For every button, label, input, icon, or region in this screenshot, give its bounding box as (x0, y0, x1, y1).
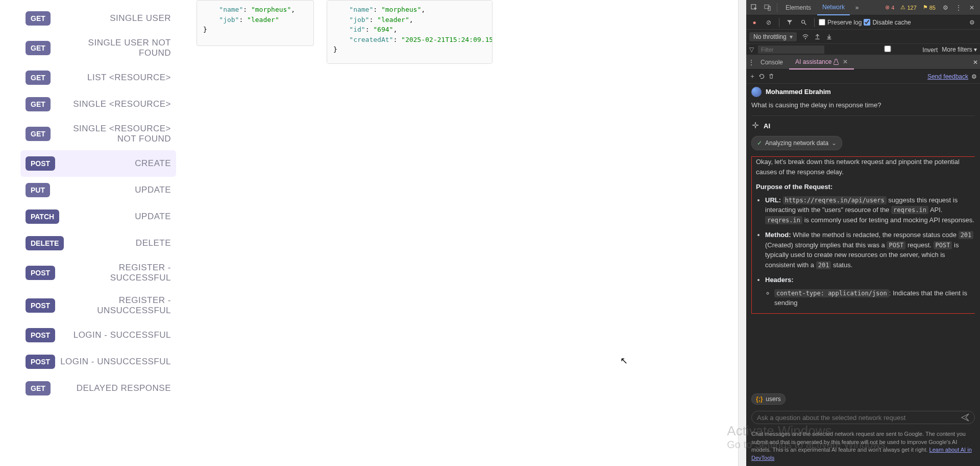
chevron-down-icon: ⌄ (831, 138, 837, 148)
method-badge: POST (26, 355, 55, 369)
history-icon[interactable] (758, 73, 765, 80)
endpoint-row[interactable]: GETDELAYED RESPONSE (20, 375, 176, 402)
method-badge: PUT (26, 183, 50, 197)
ai-input-row (746, 408, 980, 427)
ai-chat-area[interactable]: Mohammed Ebrahim What is causing the del… (746, 84, 980, 390)
search-icon[interactable] (798, 16, 810, 29)
error-badge[interactable]: ⊗4 (883, 4, 897, 11)
analyzing-chip[interactable]: ✓ Analyzing network data ⌄ (751, 136, 842, 150)
mouse-cursor: ↖ (620, 355, 628, 366)
invert-checkbox[interactable]: Invert (854, 45, 938, 54)
send-feedback-link[interactable]: Send feedback (927, 73, 968, 80)
method-badge: GET (26, 127, 51, 141)
more-filters-dropdown[interactable]: More filters ▾ (942, 46, 977, 53)
context-chip[interactable]: {;} users (751, 393, 786, 405)
tab-network[interactable]: Network (817, 0, 850, 15)
endpoint-label: UPDATE (59, 212, 171, 222)
tab-elements[interactable]: Elements (780, 0, 816, 15)
network-settings-icon[interactable]: ⚙ (966, 16, 978, 29)
endpoint-row[interactable]: GETSINGLE <RESOURCE> (20, 91, 176, 118)
delete-icon[interactable] (768, 73, 774, 80)
request-body-code[interactable]: "name": "morpheus", "job": "leader" } (197, 0, 314, 46)
check-icon: ✓ (757, 138, 762, 148)
li-method: Method: While the method is redacted, th… (765, 230, 975, 270)
network-toolbar: ● ⊘ Preserve log Disable cache ⚙ (746, 15, 980, 30)
endpoint-row[interactable]: POSTREGISTER - SUCCESSFUL (20, 257, 176, 289)
heading-purpose: Purpose of the Request: (756, 183, 832, 191)
endpoint-label: UPDATE (50, 185, 171, 195)
throttling-select[interactable]: No throttling ▾ (749, 32, 797, 41)
drawer-tabs: ⋮ Console AI assistance ✕ ✕ (746, 55, 980, 69)
endpoint-row[interactable]: GETLIST <RESOURCE> (20, 64, 176, 91)
upload-har-icon[interactable] (814, 33, 821, 40)
network-toolbar-2: No throttling ▾ (746, 30, 980, 44)
li-url: URL: https://reqres.in/api/users suggest… (765, 195, 975, 225)
method-badge: GET (26, 41, 51, 55)
devtools-top-bar: Elements Network » ⊗4 ⚠127 ⚑85 ⚙ ⋮ ✕ (746, 0, 980, 15)
user-name: Mohammed Ebrahim (766, 87, 831, 97)
endpoint-row[interactable]: PUTUPDATE (20, 177, 176, 203)
issues-badge[interactable]: ⚑85 (920, 4, 938, 11)
method-badge: GET (26, 97, 51, 111)
inspect-icon[interactable] (748, 2, 761, 14)
device-toggle-icon[interactable] (762, 2, 774, 14)
json-icon: {;} (756, 395, 763, 403)
close-drawer-icon[interactable]: ✕ (973, 59, 978, 66)
endpoint-row[interactable]: POSTCREATE (20, 150, 176, 177)
endpoint-label: DELETE (64, 238, 171, 248)
endpoint-label: SINGLE USER (51, 13, 171, 24)
filter-input[interactable] (758, 45, 824, 54)
li-headers: Headers: content-type: application/json:… (765, 275, 975, 308)
endpoint-row[interactable]: PATCHUPDATE (20, 203, 176, 230)
beta-icon (834, 59, 839, 65)
close-tab-icon[interactable]: ✕ (843, 58, 848, 65)
warning-badge[interactable]: ⚠127 (898, 4, 919, 11)
record-icon[interactable]: ● (748, 16, 761, 29)
endpoint-label: SINGLE <RESOURCE> (51, 99, 171, 109)
preserve-log-checkbox[interactable]: Preserve log (819, 19, 862, 26)
clear-icon[interactable]: ⊘ (763, 16, 775, 29)
endpoint-label: LOGIN - SUCCESSFUL (55, 330, 171, 340)
endpoint-row[interactable]: GETSINGLE <RESOURCE> NOT FOUND (20, 118, 176, 150)
ai-input[interactable] (757, 414, 961, 422)
main-content: "name": "morpheus", "job": "leader" } "n… (186, 0, 738, 466)
page-scrollbar[interactable] (738, 0, 746, 466)
ai-settings-icon[interactable]: ⚙ (971, 73, 977, 80)
drawer-kebab-icon[interactable]: ⋮ (748, 59, 754, 66)
endpoint-row[interactable]: DELETEDELETE (20, 230, 176, 257)
answer-intro: Okay, let's break down this network requ… (756, 157, 975, 177)
endpoint-label: DELAYED RESPONSE (51, 383, 171, 393)
svg-point-3 (802, 20, 805, 23)
method-badge: GET (26, 11, 51, 26)
filter-icon[interactable] (783, 16, 796, 29)
more-tabs-icon[interactable]: » (851, 2, 863, 14)
response-body-code[interactable]: "name": "morpheus", "job": "leader", "id… (327, 0, 493, 64)
endpoint-row[interactable]: POSTREGISTER - UNSUCCESSFUL (20, 289, 176, 322)
endpoint-row[interactable]: POSTLOGIN - UNSUCCESSFUL (20, 348, 176, 375)
kebab-menu-icon[interactable]: ⋮ (952, 2, 965, 14)
drawer-tab-ai[interactable]: AI assistance ✕ (789, 55, 854, 69)
wifi-icon[interactable] (802, 33, 809, 40)
method-badge: POST (26, 298, 55, 313)
user-question: What is causing the delay in response ti… (751, 100, 975, 110)
context-row: {;} users (746, 390, 980, 408)
disable-cache-checkbox[interactable]: Disable cache (864, 19, 911, 26)
endpoint-row[interactable]: GETSINGLE USER (20, 5, 176, 32)
method-badge: DELETE (26, 236, 64, 250)
method-badge: POST (26, 266, 55, 280)
endpoint-row[interactable]: GETSINGLE USER NOT FOUND (20, 32, 176, 64)
ai-footer: Chat messages and the selected network r… (746, 427, 980, 466)
send-icon[interactable] (961, 413, 969, 422)
endpoints-sidebar: GETSINGLE USERGETSINGLE USER NOT FOUNDGE… (0, 0, 186, 466)
method-badge: PATCH (26, 209, 59, 224)
ai-label: AI (764, 121, 770, 131)
endpoint-row[interactable]: POSTLOGIN - SUCCESSFUL (20, 322, 176, 348)
endpoint-label: CREATE (55, 158, 171, 169)
method-badge: GET (26, 71, 51, 85)
drawer-tab-console[interactable]: Console (754, 55, 789, 69)
new-chat-icon[interactable]: ＋ (749, 72, 755, 81)
download-har-icon[interactable] (826, 33, 832, 40)
close-devtools-icon[interactable]: ✕ (966, 2, 978, 14)
settings-icon[interactable]: ⚙ (939, 2, 951, 14)
endpoint-label: REGISTER - UNSUCCESSFUL (55, 295, 171, 316)
